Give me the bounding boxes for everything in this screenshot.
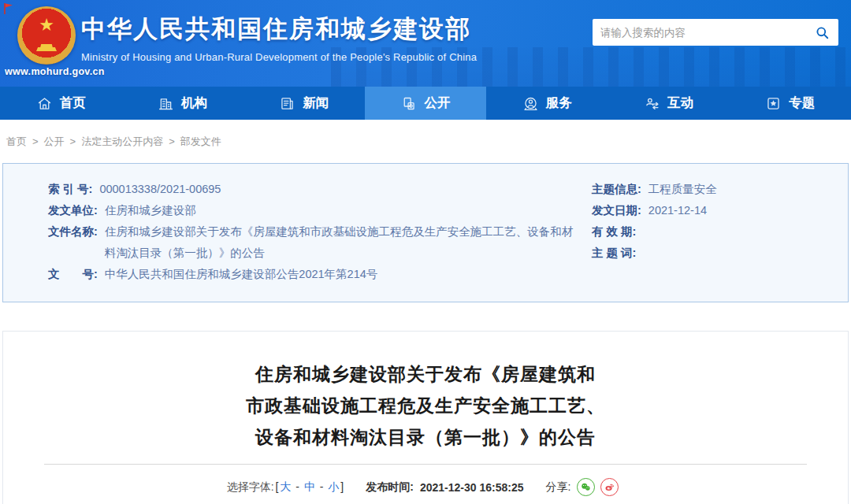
emblem-gate-shape [36,44,57,51]
info-value: 工程质量安全 [648,179,717,200]
info-row-document-number: 文 号: 中华人民共和国住房和城乡建设部公告2021年第214号 [48,264,592,285]
disclosure-icon [400,95,417,112]
dash: - [292,480,302,493]
article-divider [44,464,807,465]
info-label: 主 题 词: [592,243,636,264]
info-label: 文 号: [48,264,98,285]
article-title: 住房和城乡建设部关于发布《房屋建筑和 市政基础设施工程危及生产安全施工工艺、 设… [3,332,848,453]
search-box [593,19,838,46]
nav-item-topic[interactable]: 专题 [730,87,851,120]
breadcrumb: 首页 > 公开 > 法定主动公开内容 > 部发文件 [0,120,851,163]
emblem-star-icon: ★ [39,17,54,34]
nav-label: 专题 [789,94,815,112]
article-title-line: 设备和材料淘汰目录（第一批）》的公告 [3,421,848,453]
share-label: 分享: [545,480,570,495]
info-label: 发文单位: [48,200,98,221]
info-value: 2021-12-14 [648,200,707,221]
site-title-block: 中华人民共和国住房和城乡建设部 Ministry of Housing and … [81,13,477,63]
share-wechat-icon[interactable] [577,478,595,496]
info-label: 发文日期: [592,200,641,221]
info-label: 有 效 期: [592,221,636,243]
font-size-large-button[interactable]: 大 [278,480,292,493]
home-icon [36,95,53,112]
info-row-issuing-unit: 发文单位: 住房和城乡建设部 [48,200,592,221]
topic-icon [765,95,782,112]
dash: - [317,480,326,493]
corner-flag-icon [3,2,14,15]
nav-label: 新闻 [303,94,329,112]
publish-time-label: 发布时间: [366,480,414,495]
font-size-medium-button[interactable]: 中 [303,480,317,493]
service-icon [522,95,539,112]
national-emblem: ★ [17,6,76,65]
nav-item-organization[interactable]: 机构 [121,87,243,120]
nav-label: 服务 [546,94,572,112]
main-nav: 首页 机构 新闻 公开 服务 互动 专题 [0,87,851,120]
nav-label: 公开 [424,94,450,112]
info-value: 住房和城乡建设部 [105,200,196,221]
nav-label: 机构 [181,94,207,112]
article-meta-row: 选择字体: [大 - 中 - 小] 发布时间: 2021-12-30 16:58… [3,478,848,496]
article-title-line: 市政基础设施工程危及生产安全施工工艺、 [3,390,848,421]
nav-item-disclosure[interactable]: 公开 [365,87,486,120]
breadcrumb-separator: > [32,135,39,147]
breadcrumb-item-disclosure[interactable]: 公开 [44,135,65,149]
info-row-validity: 有 效 期: [592,221,848,243]
info-label: 文件名称: [48,221,98,264]
info-label: 索 引 号: [48,179,92,200]
organization-icon [158,95,174,112]
breadcrumb-item-ministry-docs[interactable]: 部发文件 [180,135,221,149]
info-row-index-number: 索 引 号: 000013338/2021-00695 [48,179,592,200]
doc-info-left-column: 索 引 号: 000013338/2021-00695 发文单位: 住房和城乡建… [3,179,592,285]
site-title-cn: 中华人民共和国住房和城乡建设部 [81,13,477,46]
info-row-issue-date: 发文日期: 2021-12-14 [592,200,848,221]
article-title-line: 住房和城乡建设部关于发布《房屋建筑和 [3,358,848,390]
site-url: www.mohurd.gov.cn [5,66,105,77]
font-size-small-button[interactable]: 小 [326,480,340,493]
info-label: 主题信息: [592,179,641,200]
nav-item-interaction[interactable]: 互动 [608,87,729,120]
font-size-selector: [大 - 中 - 小] [276,480,344,495]
news-icon [279,95,295,112]
site-header: ★ 中华人民共和国住房和城乡建设部 Ministry of Housing an… [0,0,851,87]
article-card: 住房和城乡建设部关于发布《房屋建筑和 市政基础设施工程危及生产安全施工工艺、 设… [2,331,849,504]
font-select-label: 选择字体: [227,480,274,495]
nav-item-home[interactable]: 首页 [0,87,121,120]
info-row-document-name: 文件名称: 住房和城乡建设部关于发布《房屋建筑和市政基础设施工程危及生产安全施工… [48,221,592,264]
breadcrumb-item-statutory[interactable]: 法定主动公开内容 [81,135,163,149]
info-value: 000013338/2021-00695 [99,179,221,200]
nav-item-news[interactable]: 新闻 [243,87,365,120]
breadcrumb-separator: > [169,135,175,147]
breadcrumb-separator: > [70,135,76,147]
publish-time-value: 2021-12-30 16:58:25 [420,481,524,494]
nav-label: 首页 [60,94,86,112]
info-row-topic-info: 主题信息: 工程质量安全 [592,179,848,200]
info-row-keywords: 主 题 词: [592,243,848,264]
bracket: ] [340,480,344,493]
info-value: 中华人民共和国住房和城乡建设部公告2021年第214号 [105,264,377,285]
info-value: 住房和城乡建设部关于发布《房屋建筑和市政基础设施工程危及生产安全施工工艺、设备和… [105,221,578,264]
doc-info-card: 索 引 号: 000013338/2021-00695 发文单位: 住房和城乡建… [2,163,849,302]
doc-info-right-column: 主题信息: 工程质量安全 发文日期: 2021-12-14 有 效 期: 主 题… [592,179,848,285]
interaction-icon [644,95,660,112]
search-input[interactable] [600,27,813,39]
search-icon[interactable] [813,24,831,41]
site-title-en: Ministry of Housing and Urban-Rural Deve… [81,51,477,63]
breadcrumb-item-home[interactable]: 首页 [6,135,27,149]
nav-item-service[interactable]: 服务 [486,87,608,120]
nav-label: 互动 [667,94,693,112]
share-weibo-icon[interactable] [600,478,619,496]
